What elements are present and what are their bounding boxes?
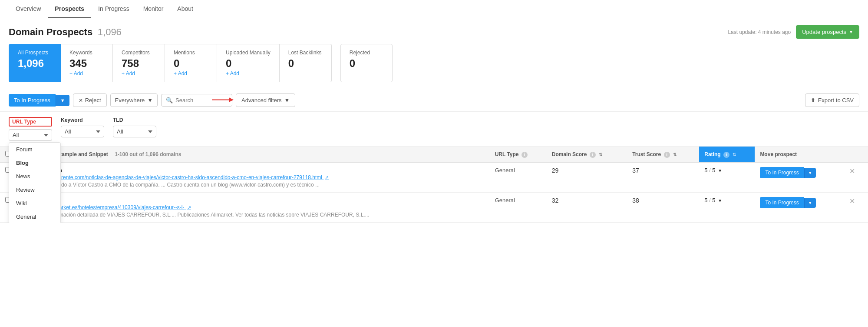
table-row: alimarket.es https://www.alimarket.es/ho…	[0, 193, 868, 223]
trust-score-info-icon[interactable]: i	[664, 152, 670, 158]
row1-close-cell: ✕	[842, 163, 868, 193]
stat-all-prospects-label: All Prospects	[18, 50, 52, 56]
rating-info-icon[interactable]: i	[723, 152, 729, 158]
th-trust-score[interactable]: Trust Score i ⇅	[627, 147, 699, 163]
url-type-label: URL Type	[9, 117, 52, 127]
search-icon: 🔍	[166, 97, 173, 103]
row2-domain-url[interactable]: https://www.alimarket.es/hoteles/empresa…	[21, 204, 485, 210]
last-update: Last update: 4 minutes ago	[728, 29, 791, 35]
chevron-down-icon: ▼	[147, 97, 153, 103]
th-move-prospect: Move prospect	[755, 147, 842, 163]
reject-button[interactable]: ✕ Reject	[73, 93, 107, 107]
chevron-down-icon: ▼	[60, 98, 65, 103]
stats-row: All Prospects 1,096 Keywords 345 + Add C…	[0, 44, 868, 89]
th-rating[interactable]: Rating i ⇅	[699, 147, 755, 163]
to-in-progress-chevron-button[interactable]: ▼	[56, 95, 69, 106]
stat-competitors-value: 758	[122, 57, 156, 70]
dropdown-item-review[interactable]: Review	[9, 183, 60, 197]
stat-competitors-add[interactable]: + Add	[122, 70, 156, 77]
stat-competitors[interactable]: Competitors 758 + Add	[113, 44, 165, 82]
table-container: Domain, URL Example and Snippet 1-100 ou…	[0, 147, 868, 223]
trust-score-sort-icon: ⇅	[673, 152, 677, 157]
row1-rating: 5 / 5 ▼	[699, 163, 755, 193]
url-type-select[interactable]: All	[9, 129, 52, 141]
everywhere-dropdown[interactable]: Everywhere ▼	[110, 93, 158, 107]
stat-mentions[interactable]: Mentions 0 + Add	[165, 44, 217, 82]
stat-competitors-label: Competitors	[122, 50, 156, 56]
to-in-progress-button[interactable]: To In Progress	[9, 94, 56, 107]
nav-item-inprogress[interactable]: In Progress	[91, 0, 136, 18]
row2-close-cell: ✕	[842, 193, 868, 223]
th-domain-score[interactable]: Domain Score i ⇅	[547, 147, 627, 163]
row2-domain-cell: alimarket.es https://www.alimarket.es/ho…	[16, 193, 490, 223]
row2-to-in-progress-button[interactable]: To In Progress	[760, 197, 804, 208]
row2-close-button[interactable]: ✕	[848, 197, 857, 205]
stat-uploaded-label: Uploaded Manually	[226, 50, 271, 56]
domain-score-info-icon[interactable]: i	[590, 152, 596, 158]
row2-move-cell: To In Progress ▼	[755, 193, 842, 223]
row2-trust-score: 38	[627, 193, 699, 223]
stat-lost-backlinks[interactable]: Lost Backlinks 0	[280, 44, 332, 82]
row1-domain-cell: preferente.com https://www.preferente.co…	[16, 163, 490, 193]
row1-move-chevron-button[interactable]: ▼	[804, 168, 816, 178]
search-box[interactable]: 🔍	[161, 94, 232, 107]
row1-move-cell: To In Progress ▼	[755, 163, 842, 193]
page-title: Domain Prospects	[9, 27, 92, 37]
row1-to-in-progress-button[interactable]: To In Progress	[760, 167, 804, 178]
chevron-down-icon: ▼	[284, 97, 290, 103]
dropdown-item-blog[interactable]: Blog	[9, 156, 60, 170]
stat-keywords[interactable]: Keywords 345 + Add	[61, 44, 113, 82]
stat-uploaded-add[interactable]: + Add	[226, 70, 271, 77]
dropdown-item-news[interactable]: News	[9, 170, 60, 183]
row1-trust-score: 37	[627, 163, 699, 193]
external-link-icon: ↗	[187, 205, 191, 210]
dropdown-item-general[interactable]: General	[9, 210, 60, 223]
stat-all-prospects-value: 1,096	[18, 57, 52, 70]
row1-snippet: ...four ha ascendido a Víctor Castro a C…	[21, 182, 320, 188]
stat-uploaded[interactable]: Uploaded Manually 0 + Add	[217, 44, 280, 82]
row1-domain-score: 29	[547, 163, 627, 193]
row2-domain-score: 32	[547, 193, 627, 223]
row2-url-type: General	[490, 193, 547, 223]
chevron-down-icon: ▼	[808, 200, 812, 205]
dropdown-item-forum[interactable]: Forum	[9, 143, 60, 156]
stat-keywords-add[interactable]: + Add	[69, 70, 104, 77]
row2-move-chevron-button[interactable]: ▼	[804, 198, 816, 208]
keyword-filter: Keyword All	[61, 117, 104, 137]
stat-rejected[interactable]: Rejected 0	[340, 44, 393, 82]
nav-item-about[interactable]: About	[170, 0, 200, 18]
stat-all-prospects[interactable]: All Prospects 1,096	[9, 44, 61, 82]
row1-rating-chevron-icon[interactable]: ▼	[718, 168, 722, 173]
row1-close-button[interactable]: ✕	[848, 167, 857, 175]
nav-item-prospects[interactable]: Prospects	[48, 0, 91, 18]
search-input[interactable]	[175, 97, 228, 103]
row1-domain-url[interactable]: https://www.preferente.com/noticias-de-a…	[21, 174, 485, 180]
stat-rejected-label: Rejected	[350, 50, 383, 56]
row2-rating: 5 / 5 ▼	[699, 193, 755, 223]
tld-select[interactable]: All	[113, 126, 156, 137]
stat-uploaded-value: 0	[226, 57, 271, 70]
chevron-down-icon: ▼	[808, 170, 812, 175]
url-type-info-icon[interactable]: i	[521, 152, 528, 158]
th-url-type: URL Type i	[490, 147, 547, 163]
stat-mentions-label: Mentions	[174, 50, 208, 56]
dropdown-item-wiki[interactable]: Wiki	[9, 197, 60, 210]
update-prospects-button[interactable]: Update prospects ▼	[796, 25, 859, 39]
prospects-table: Domain, URL Example and Snippet 1-100 ou…	[0, 147, 868, 223]
advanced-filters-button[interactable]: Advanced filters ▼	[236, 93, 295, 107]
stat-lost-backlinks-label: Lost Backlinks	[288, 50, 323, 56]
keyword-select[interactable]: All	[61, 126, 104, 137]
stat-mentions-add[interactable]: + Add	[174, 70, 208, 77]
nav-item-overview[interactable]: Overview	[9, 0, 48, 18]
nav-item-monitor[interactable]: Monitor	[136, 0, 171, 18]
row1-url-type: General	[490, 163, 547, 193]
stat-lost-backlinks-value: 0	[288, 57, 323, 70]
reject-x-icon: ✕	[79, 97, 83, 103]
update-chevron-icon: ▼	[849, 30, 853, 34]
tld-filter: TLD All	[113, 117, 156, 137]
th-domain: Domain, URL Example and Snippet 1-100 ou…	[16, 147, 490, 163]
export-csv-button[interactable]: ⬆ Export to CSV	[805, 93, 859, 107]
domain-score-sort-icon: ⇅	[599, 152, 602, 157]
table-row: preferente.com https://www.preferente.co…	[0, 163, 868, 193]
row2-rating-chevron-icon[interactable]: ▼	[718, 198, 722, 203]
